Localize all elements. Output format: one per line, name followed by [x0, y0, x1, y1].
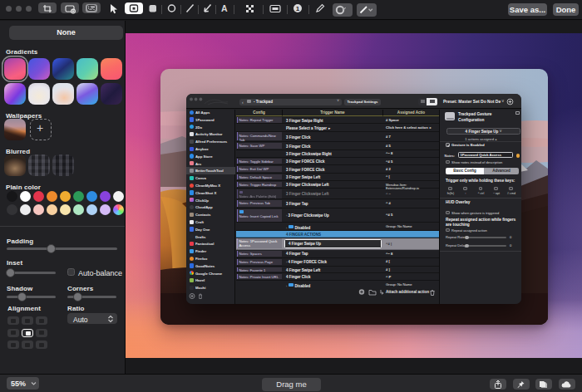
svg-text:1: 1 — [296, 5, 300, 12]
